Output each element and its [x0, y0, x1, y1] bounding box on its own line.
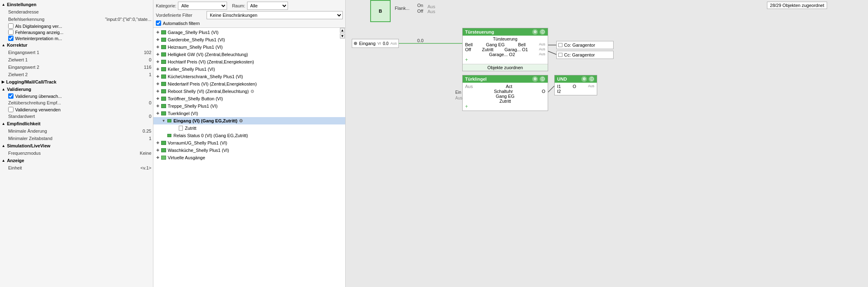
turklingel-plus-icon[interactable]: + — [465, 104, 468, 109]
tursteuerung-row1: Bell Gang EG Bell Aus — [465, 42, 545, 47]
tree-item-eingang[interactable]: ▼ Eingang (VI) (Gang EG,Zutritt) ⚙ — [153, 117, 345, 124]
icon-keller — [161, 67, 166, 72]
section-einstellungen[interactable]: ▲ Einstellungen — [0, 1, 153, 8]
und-i2: I2 — [557, 89, 561, 94]
expand-virtuelle[interactable]: ✚ — [155, 156, 161, 160]
gear-reboot-icon[interactable]: ⚙ — [250, 89, 254, 94]
raum-select[interactable]: Alle — [247, 2, 288, 10]
eingang-value: 0.0 — [383, 41, 389, 46]
section-korrektur[interactable]: ▲ Korrektur — [0, 41, 153, 49]
scroll-minus-button[interactable]: ▼ — [340, 34, 345, 38]
section-simulation[interactable]: ▲ Simulation/LiveView — [0, 142, 153, 149]
tursteuerung-info-icon[interactable]: ⓘ — [540, 29, 545, 35]
expand-tuerklingel[interactable]: ✚ — [155, 111, 161, 115]
turklingel-info-icon[interactable]: ⓘ — [540, 76, 545, 82]
vordefinierte-select[interactable]: Keine Einschränkungen — [207, 11, 343, 19]
auto-filter-label: Automatisch filtern — [163, 21, 200, 26]
tree-item-keller[interactable]: ✚ Keller_Shelly Plus1 (VI) — [153, 66, 345, 73]
section-logging-label: Logging/Mail/Call/Track — [6, 79, 56, 84]
expand-toröffner[interactable]: ✚ — [155, 97, 161, 101]
tree-item-heizraum[interactable]: ✚ Heizraum_Shelly Plus1 (VI) — [153, 43, 345, 51]
expand-waschkuche[interactable]: ✚ — [155, 148, 161, 152]
icon-garage — [161, 30, 166, 35]
tree-item-toröffner[interactable]: ✚ Toröffner_Shelly Button (VI) — [153, 95, 345, 102]
expand-heizraum[interactable]: ✚ — [155, 45, 161, 49]
tree-item-waschkuche[interactable]: ✚ Waschküche_Shelly Plus1 (VI) — [153, 147, 345, 154]
node-und[interactable]: UND ⚙ ⓘ I1 O Aus I2 — [554, 75, 597, 95]
tree-item-niedertarif[interactable]: ✚ Niedertarif Preis (VI) (Zentral,Energi… — [153, 80, 345, 88]
minimale-anderung-label: Minimale Änderung — [8, 129, 139, 133]
tree-item-relais[interactable]: ✚ Relais Status 0 (VI) (Gang EG,Zutritt) — [153, 132, 345, 139]
tree-item-garderobe[interactable]: ✚ Garderobe_Shelly Plus1 (VI) — [153, 36, 345, 43]
kategorie-select[interactable]: Alle — [178, 2, 227, 10]
node-b[interactable]: B — [370, 0, 391, 22]
triangle-validierung: ▲ — [2, 87, 5, 91]
label-hochtarif: Hochtarif Preis (VI) (Zentral,Energiekos… — [168, 59, 254, 64]
tree-item-virtuelle[interactable]: ✚ Virtuelle Ausgänge — [153, 154, 345, 161]
scroll-up-button[interactable]: ▲ — [340, 28, 345, 33]
section-empfindlichkeit[interactable]: ▲ Empfindlichkeit — [0, 120, 153, 127]
expand-garderobe[interactable]: ✚ — [155, 38, 161, 42]
node-garagentor-1[interactable]: Co: Garagentor — [556, 41, 614, 49]
ts-aus2: Aus — [539, 47, 545, 52]
tree-item-reboot[interactable]: ✚ Reboot Shelly (VI) (Zentral,Beleuchtun… — [153, 88, 345, 95]
node-tursteuerung[interactable]: Türsteuerung ⚙ ⓘ Türsteuerung Bell Gang … — [462, 28, 548, 71]
und-settings-icon[interactable]: ⚙ — [581, 76, 587, 82]
expand-helligkeit[interactable]: ✚ — [155, 52, 161, 56]
icon-waschkuche — [161, 148, 166, 153]
auto-filter-checkbox[interactable] — [156, 20, 161, 26]
tk-row2: Schaltuhr O — [465, 89, 545, 94]
checkbox-digitaleingang[interactable]: Als Digitaleingang ver... — [7, 23, 153, 29]
checkbox-werteinterpretation-input[interactable] — [8, 36, 13, 41]
expand-kuche[interactable]: ✚ — [155, 75, 161, 79]
section-validierung[interactable]: ▲ Validierung — [0, 86, 153, 93]
tree-item-vorraumug[interactable]: ✚ VorraumUG_Shelly Plus1 (VI) — [153, 139, 345, 147]
ts-bell-left: Bell — [465, 42, 472, 47]
checkbox-digitaleingang-input[interactable] — [8, 23, 13, 29]
checkbox-fehlerausgang-input[interactable] — [8, 29, 13, 35]
tree-item-hochtarif[interactable]: ✚ Hochtarif Preis (VI) (Zentral,Energiek… — [153, 58, 345, 66]
section-anzeige[interactable]: ▲ Anzeige — [0, 157, 153, 164]
node-garagentor-2[interactable]: Cc: Garagentor — [556, 51, 614, 59]
checkbox-validierung-verwenden-input[interactable] — [8, 107, 13, 112]
eingang-port-left — [354, 42, 357, 45]
tree-item-tuerklingel[interactable]: ✚ Tuerklingel (VI) — [153, 110, 345, 117]
einheit-label: Einheit — [8, 165, 137, 170]
garagentor1-label: Co: Garagentor — [564, 43, 595, 47]
zeituberschreitung-value: 0 — [149, 100, 151, 105]
und-i1: I1 — [557, 84, 561, 89]
checkbox-fehlerausgang[interactable]: Fehlerausgang anzeig... — [7, 29, 153, 35]
tree-item-helligkeit[interactable]: ✚ Helligkeit GW (VI) (Zentral,Beleuchtun… — [153, 51, 345, 58]
expand-treppe[interactable]: ✚ — [155, 104, 161, 108]
expand-eingang[interactable]: ▼ — [161, 119, 166, 123]
tursteuerung-header: Türsteuerung ⚙ ⓘ — [463, 28, 548, 36]
expand-vorraumug[interactable]: ✚ — [155, 141, 161, 145]
expand-garage[interactable]: ✚ — [155, 30, 161, 34]
turklingel-settings-icon[interactable]: ⚙ — [532, 76, 538, 82]
node-turklingel[interactable]: Türklingel ⚙ ⓘ Aus Act Schaltuhr O — [462, 75, 548, 111]
gear-eingang-icon[interactable]: ⚙ — [239, 118, 243, 124]
checkbox-validierung-uberwach[interactable]: Validierung überwach... — [7, 93, 153, 99]
tree-item-garage[interactable]: ✚ Garage_Shelly Plus1 (VI) — [153, 29, 345, 36]
expand-niedertarif[interactable]: ✚ — [155, 82, 161, 86]
section-logging[interactable]: ▶ Logging/Mail/Call/Track — [0, 78, 153, 86]
expand-reboot[interactable]: ✚ — [155, 89, 161, 93]
tursteuerung-plus-icon[interactable]: + — [465, 57, 468, 63]
standardwert-value: 0 — [149, 114, 151, 119]
checkbox-validierung-uberwach-input[interactable] — [8, 93, 13, 99]
checkbox-validierung-verwenden[interactable]: Validierung verwenden — [7, 106, 153, 113]
tursteuerung-settings-icon[interactable]: ⚙ — [532, 29, 538, 35]
expand-hochtarif[interactable]: ✚ — [155, 60, 161, 64]
checkbox-werteinterpretation[interactable]: Werteinterpretation m... — [7, 35, 153, 41]
node-eingang[interactable]: Eingang VI 0.0 Aus — [352, 39, 399, 48]
tree-item-kuche[interactable]: ✚ KücheUnterschrank_Shelly Plus1 (VI) — [153, 73, 345, 80]
tursteuerung-footer[interactable]: Objekte zuordnen — [463, 64, 548, 71]
und-info-icon[interactable]: ⓘ — [589, 76, 594, 82]
expand-keller[interactable]: ✚ — [155, 67, 161, 71]
eingang-type: VI — [378, 41, 381, 45]
befehlserkennung-label: Befehlserkennung — [8, 17, 102, 22]
empfindlichkeit-content: Minimale Änderung 0.25 Minimaler Zeitabs… — [0, 127, 153, 142]
tree-item-zutritt[interactable]: ✚ Zutritt — [153, 124, 345, 132]
tree-scrollbar[interactable]: ▲ ▼ — [340, 28, 345, 38]
tree-item-treppe[interactable]: ✚ Treppe_Shelly Plus1 (VI) — [153, 102, 345, 110]
